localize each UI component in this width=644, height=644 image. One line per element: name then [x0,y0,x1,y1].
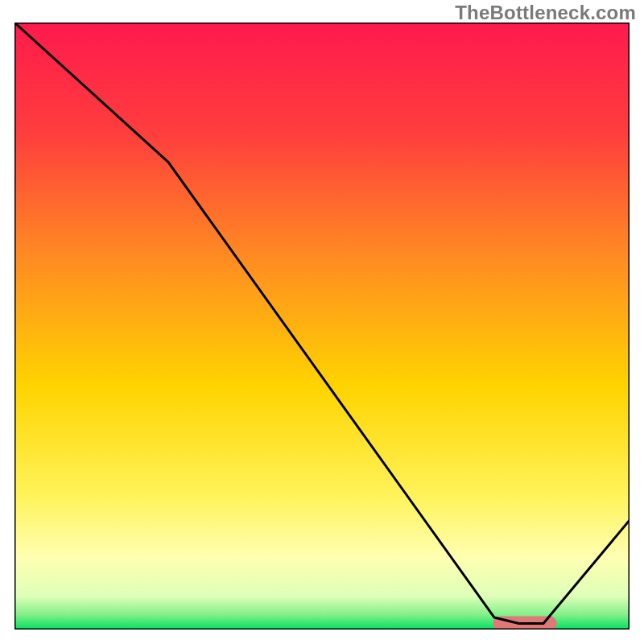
chart-container: TheBottleneck.com [0,0,644,644]
chart-svg [14,23,630,630]
gradient-background [14,23,630,630]
plot-area [14,23,630,630]
watermark-text: TheBottleneck.com [455,2,636,24]
